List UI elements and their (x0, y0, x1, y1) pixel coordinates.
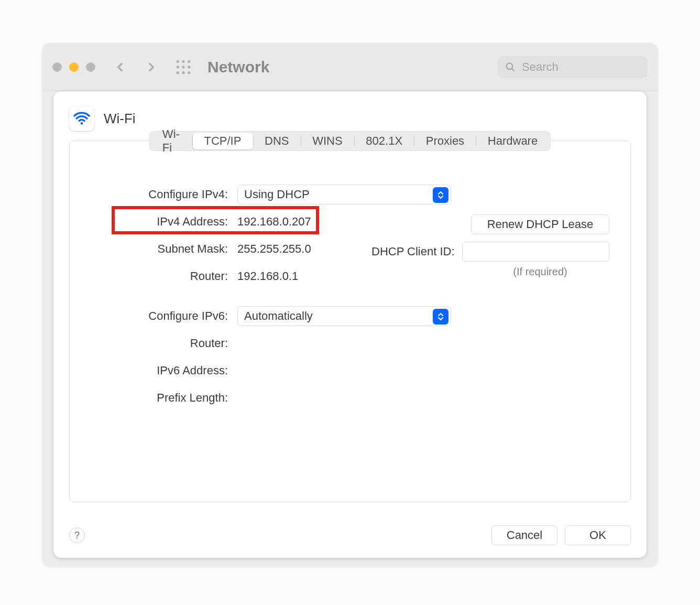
configure-ipv4-label: Configure IPv4: (91, 188, 237, 201)
svg-point-7 (182, 71, 184, 74)
chevron-up-down-icon (437, 190, 444, 200)
configure-ipv6-select[interactable]: Automatically (237, 306, 451, 326)
help-button[interactable]: ? (69, 527, 85, 543)
configure-ipv6-value: Automatically (244, 309, 313, 323)
chevron-left-icon (113, 60, 127, 74)
svg-point-5 (188, 66, 190, 68)
subnet-mask-label: Subnet Mask: (91, 242, 237, 256)
ipv4-address-label: IPv4 Address: (91, 215, 237, 229)
minimize-window-button[interactable] (69, 62, 79, 72)
nav-arrows (113, 60, 158, 74)
svg-point-8 (188, 71, 190, 74)
tab-panel: Wi-Fi TCP/IP DNS WINS 802.1X Proxies Har… (69, 141, 631, 502)
chevron-right-icon (145, 60, 158, 74)
sheet-footer: ? Cancel OK (69, 525, 631, 545)
svg-point-2 (188, 60, 190, 62)
router-label: Router: (91, 269, 237, 283)
svg-point-4 (182, 66, 184, 68)
toolbar: Network Search (42, 43, 658, 91)
configure-ipv4-select[interactable]: Using DHCP (237, 185, 451, 204)
renew-dhcp-lease-button[interactable]: Renew DHCP Lease (471, 214, 609, 234)
if-required-hint: (If required) (471, 266, 609, 278)
cancel-button[interactable]: Cancel (491, 525, 557, 545)
svg-point-6 (177, 71, 179, 74)
traffic-lights (52, 62, 95, 72)
ok-button[interactable]: OK (565, 525, 631, 545)
tab-8021x[interactable]: 802.1X (354, 133, 414, 149)
select-caret (433, 187, 449, 203)
side-column: Renew DHCP Lease DHCP Client ID: (If req… (471, 214, 609, 278)
sheet-header: Wi-Fi (69, 106, 631, 131)
back-button[interactable] (113, 60, 127, 74)
forward-button[interactable] (145, 60, 158, 74)
ipv6-address-label: IPv6 Address: (91, 364, 237, 377)
svg-line-10 (512, 68, 515, 71)
router-value: 192.168.0.1 (237, 269, 298, 283)
grid-icon (175, 59, 192, 75)
svg-point-9 (507, 63, 513, 69)
tab-tcpip[interactable]: TCP/IP (192, 133, 253, 149)
dhcp-client-id-input[interactable] (462, 242, 609, 262)
ipv4-address-value: 192.168.0.207 (237, 215, 311, 229)
svg-point-0 (177, 60, 179, 62)
search-icon (505, 62, 516, 72)
configure-ipv6-label: Configure IPv6: (91, 309, 237, 323)
search-placeholder: Search (522, 60, 559, 74)
zoom-window-button[interactable] (86, 62, 95, 72)
chevron-up-down-icon (437, 312, 444, 321)
preferences-window: Network Search Wi-Fi Wi-Fi TCP/IP (42, 43, 658, 567)
tab-hardware[interactable]: Hardware (476, 133, 549, 149)
close-window-button[interactable] (52, 62, 62, 72)
form-area: Configure IPv4: Using DHCP IPv4 Address:… (70, 162, 630, 412)
svg-point-1 (182, 60, 184, 62)
tabs-bar: Wi-Fi TCP/IP DNS WINS 802.1X Proxies Har… (149, 131, 551, 151)
tab-dns[interactable]: DNS (253, 133, 300, 149)
svg-point-3 (177, 66, 179, 68)
svg-point-11 (81, 122, 83, 125)
select-caret (433, 309, 449, 325)
prefix-length-label: Prefix Length: (91, 391, 237, 405)
sheet-title: Wi-Fi (104, 111, 136, 127)
tab-wifi[interactable]: Wi-Fi (151, 133, 192, 149)
tab-wins[interactable]: WINS (301, 133, 354, 149)
show-all-button[interactable] (175, 59, 192, 75)
settings-sheet: Wi-Fi Wi-Fi TCP/IP DNS WINS 802.1X Proxi… (53, 91, 647, 558)
tab-proxies[interactable]: Proxies (414, 133, 476, 149)
dhcp-client-id-label: DHCP Client ID: (371, 245, 455, 258)
subnet-mask-value: 255.255.255.0 (237, 242, 311, 256)
search-input[interactable]: Search (498, 56, 648, 78)
wifi-icon (69, 106, 94, 131)
router6-label: Router: (91, 337, 237, 350)
configure-ipv4-value: Using DHCP (244, 188, 310, 201)
window-title: Network (207, 58, 269, 76)
